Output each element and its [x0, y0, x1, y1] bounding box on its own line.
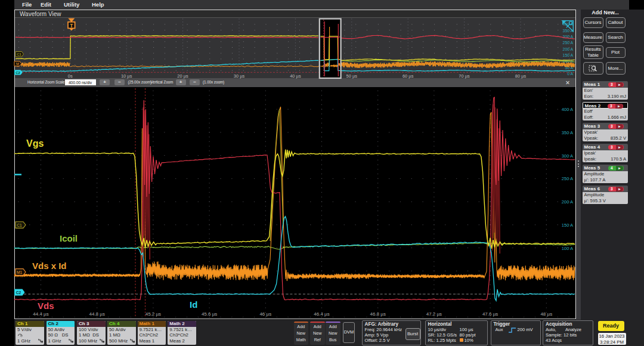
- svg-text:300 A: 300 A: [562, 153, 573, 159]
- svg-text:44.4 µs: 44.4 µs: [33, 311, 48, 317]
- svg-text:200 A: 200 A: [563, 47, 574, 51]
- svg-text:46 µs: 46 µs: [259, 311, 271, 317]
- svg-text:C2: C2: [16, 291, 21, 295]
- svg-text:40 µs: 40 µs: [290, 73, 301, 79]
- svg-text:C2: C2: [16, 71, 20, 75]
- svg-text:M1: M1: [17, 270, 22, 274]
- svg-text:C1: C1: [17, 52, 21, 56]
- svg-text:100 A: 100 A: [562, 246, 573, 251]
- svg-text:48 µs: 48 µs: [540, 311, 552, 317]
- svg-text:47.6 µs: 47.6 µs: [482, 311, 498, 317]
- svg-text:Vds x Id: Vds x Id: [32, 261, 67, 271]
- svg-text:200 A: 200 A: [562, 199, 573, 205]
- svg-text:45.2 µs: 45.2 µs: [145, 311, 161, 317]
- svg-text:Vgs: Vgs: [26, 138, 44, 149]
- svg-text:400 A: 400 A: [562, 107, 573, 112]
- svg-text:46.8 µs: 46.8 µs: [370, 311, 385, 317]
- svg-text:70 µs: 70 µs: [459, 73, 470, 79]
- svg-text:50 µs: 50 µs: [346, 73, 358, 79]
- svg-text:20 µs: 20 µs: [177, 73, 188, 79]
- svg-text:46.4 µs: 46.4 µs: [314, 311, 329, 317]
- svg-text:30 µs: 30 µs: [234, 73, 245, 79]
- svg-text:Vds: Vds: [38, 301, 54, 311]
- svg-text:250 A: 250 A: [562, 176, 573, 181]
- svg-text:Icoil: Icoil: [60, 233, 78, 243]
- svg-text:T: T: [70, 23, 73, 29]
- svg-text:10 µs: 10 µs: [121, 73, 132, 79]
- svg-text:47.2 µs: 47.2 µs: [426, 311, 442, 317]
- svg-text:45.6 µs: 45.6 µs: [202, 311, 217, 317]
- svg-text:150 A: 150 A: [562, 223, 573, 228]
- svg-text:250 A: 250 A: [563, 41, 574, 45]
- svg-text:M: M: [16, 62, 19, 66]
- svg-text:C1: C1: [17, 223, 22, 227]
- svg-text:80 µs: 80 µs: [515, 73, 527, 79]
- svg-text:350 A: 350 A: [562, 130, 573, 135]
- svg-text:Id: Id: [190, 299, 197, 310]
- svg-text:150 A: 150 A: [563, 53, 574, 57]
- svg-text:0s: 0s: [68, 73, 73, 79]
- svg-text:44.8 µs: 44.8 µs: [89, 311, 104, 317]
- svg-text:60 µs: 60 µs: [402, 73, 414, 79]
